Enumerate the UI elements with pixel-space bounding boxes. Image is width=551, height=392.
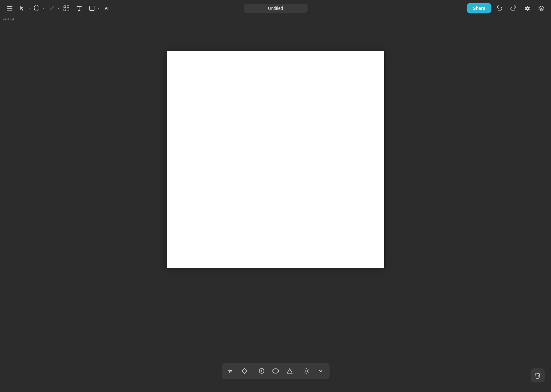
canvas-page[interactable]: [167, 51, 384, 268]
document-title-input[interactable]: [244, 4, 308, 13]
bottom-chevron-button[interactable]: [314, 365, 327, 377]
toolbar-right: Share: [467, 3, 547, 14]
pen-tool-arrow[interactable]: ▾: [58, 7, 59, 10]
svg-rect-7: [67, 9, 69, 11]
svg-rect-0: [7, 6, 12, 7]
shape-tool-button[interactable]: [86, 3, 98, 14]
bottom-eraser-button[interactable]: [238, 365, 251, 377]
svg-rect-3: [34, 6, 39, 10]
ai-tool-label: AI: [105, 6, 108, 11]
lasso-tool-arrow[interactable]: ▾: [43, 7, 45, 10]
svg-rect-6: [64, 9, 66, 11]
bottom-gear-button[interactable]: [300, 365, 313, 377]
toolbar-center: [244, 4, 308, 13]
ai-tool-button[interactable]: AI: [101, 3, 112, 14]
menu-button[interactable]: [4, 3, 15, 14]
svg-point-11: [272, 369, 279, 373]
select-tool-button[interactable]: [17, 3, 28, 14]
share-button[interactable]: Share: [467, 3, 491, 13]
pen-tool-group: ▾: [46, 3, 59, 14]
settings-button[interactable]: [522, 3, 533, 14]
svg-point-12: [306, 370, 308, 372]
select-tool-arrow[interactable]: ▾: [28, 7, 30, 10]
svg-rect-8: [90, 6, 94, 11]
text-tool-button[interactable]: [73, 3, 85, 14]
shape-tool-arrow[interactable]: ▾: [98, 7, 100, 10]
svg-point-10: [261, 370, 262, 372]
svg-rect-1: [7, 8, 12, 9]
bottom-oval-button[interactable]: [269, 365, 282, 377]
bottom-toolbar: [222, 363, 330, 379]
bottom-waveform-button[interactable]: [224, 365, 237, 377]
shape-tool-group: ▾: [86, 3, 100, 14]
svg-rect-5: [67, 6, 69, 8]
undo-button[interactable]: [494, 3, 505, 14]
layers-button[interactable]: [536, 3, 547, 14]
svg-rect-4: [64, 6, 66, 8]
svg-rect-2: [7, 10, 12, 11]
pen-tool-button[interactable]: [46, 3, 57, 14]
select-tool-group: ▾: [17, 3, 30, 14]
toolbar-left: ▾ ▾ ▾: [4, 3, 467, 14]
trash-button[interactable]: [531, 368, 545, 382]
top-toolbar: ▾ ▾ ▾: [0, 0, 551, 17]
lasso-tool-button[interactable]: [31, 3, 43, 14]
bottom-divider-2: [298, 367, 298, 375]
bottom-divider-1: [253, 367, 253, 375]
redo-button[interactable]: [508, 3, 519, 14]
canvas-area[interactable]: [0, 17, 551, 392]
grid-tool-button[interactable]: [61, 3, 72, 14]
bottom-circle-dot-button[interactable]: [255, 365, 268, 377]
coordinates-label: 24.4.24: [3, 17, 14, 21]
lasso-tool-group: ▾: [31, 3, 45, 14]
bottom-triangle-button[interactable]: [283, 365, 296, 377]
